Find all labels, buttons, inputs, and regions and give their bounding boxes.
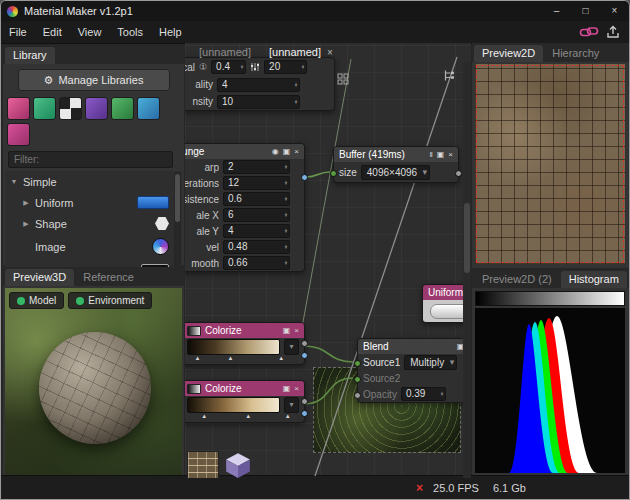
grid-icon[interactable] <box>337 73 349 85</box>
graph-tab-2[interactable]: [unnamed] × <box>261 43 341 61</box>
chevron-down-icon[interactable]: ▼ <box>9 178 19 185</box>
node-header[interactable]: Blend ▣ × <box>358 339 471 354</box>
close-icon[interactable]: × <box>294 144 299 159</box>
preview-icon[interactable]: ▣ <box>283 144 291 159</box>
brick-node-thumbnail[interactable] <box>187 451 219 478</box>
chevron-right-icon[interactable]: ▶ <box>21 220 31 228</box>
library-nodes-icon[interactable] <box>85 97 108 120</box>
library-extra-icon[interactable] <box>7 123 30 146</box>
tab-hierarchy[interactable]: Hierarchy <box>544 45 607 62</box>
graph-tab-1[interactable]: [unnamed] <box>191 43 259 61</box>
tree-item-simple[interactable]: ▼ Simple <box>5 171 182 192</box>
model-button[interactable]: Model <box>9 292 64 309</box>
close-icon[interactable]: × <box>294 381 299 396</box>
gradient-marker[interactable]: ▲ <box>195 355 201 361</box>
value-spinbox[interactable]: 0.66 <box>223 256 290 270</box>
value-spinbox[interactable]: 10 <box>217 95 300 109</box>
preview2d-texture[interactable] <box>475 64 625 264</box>
gradient-menu-button[interactable]: ▾ <box>284 397 299 413</box>
maximize-button[interactable]: □ <box>571 1 600 21</box>
node-colorize-2[interactable]: Colorize ▣ × ▾ ▲ ▲ ▲ <box>185 380 305 423</box>
tab-close-icon[interactable]: × <box>327 47 333 58</box>
library-grid-icon[interactable] <box>111 97 134 120</box>
environment-button[interactable]: Environment <box>68 292 152 309</box>
value-spinbox[interactable]: 4 <box>217 78 300 92</box>
tab-preview3d[interactable]: Preview3D <box>5 269 74 286</box>
tab-preview2d[interactable]: Preview2D <box>474 45 543 62</box>
library-base-icon[interactable] <box>7 97 30 120</box>
preview3d-viewport[interactable]: Model Environment <box>5 288 182 476</box>
menu-file[interactable]: File <box>1 21 35 43</box>
node-header[interactable]: Grunge ◉ ▣ × <box>185 144 304 159</box>
output-port[interactable] <box>301 352 308 359</box>
gradient-editor[interactable] <box>187 339 280 355</box>
export-icon[interactable] <box>605 25 621 39</box>
value-spinbox[interactable]: 4 <box>223 224 290 238</box>
value-spinbox[interactable]: 2 <box>223 160 290 174</box>
node-grunge[interactable]: Grunge ◉ ▣ × arp2 erations12 ersistence0… <box>185 143 305 272</box>
gradient-marker[interactable]: ▲ <box>285 413 291 419</box>
input-port[interactable] <box>330 170 337 177</box>
gradient-marker[interactable]: ▲ <box>228 355 234 361</box>
manage-libraries-button[interactable]: ⚙ Manage Libraries <box>18 69 170 91</box>
node-partial-top[interactable]: th-cal ① 0.4 20 ality 4 nsity 10 <box>185 57 335 111</box>
input-port[interactable] <box>354 376 361 383</box>
menu-edit[interactable]: Edit <box>35 21 70 43</box>
gradient-marker[interactable]: ▲ <box>278 355 284 361</box>
tree-item-uniform[interactable]: ▶ Uniform <box>5 192 182 213</box>
gradient-marker[interactable]: ▲ <box>201 413 207 419</box>
gradient-markers[interactable]: ▲ ▲ ▲ <box>188 356 298 364</box>
output-port[interactable] <box>301 398 308 405</box>
library-flow-icon[interactable] <box>137 97 160 120</box>
node-header[interactable]: Buffer (419ms) ‖ ▣ × <box>334 147 458 162</box>
close-button[interactable]: × <box>600 1 629 21</box>
library-pattern-icon[interactable] <box>59 97 82 120</box>
node-colorize-1[interactable]: Colorize ▣ × ▾ ▲ ▲ ▲ <box>185 322 305 365</box>
value-spinbox[interactable]: 0.4 <box>211 60 246 74</box>
graph-scrollbar[interactable] <box>463 62 471 478</box>
pause-icon[interactable]: ‖ <box>429 147 432 162</box>
menu-help[interactable]: Help <box>151 21 190 43</box>
preview-icon[interactable]: ▣ <box>283 323 291 338</box>
tree-item-image[interactable]: Image <box>5 234 182 259</box>
node-blend[interactable]: Blend ▣ × Source1 Multiply Source2 Opaci… <box>357 338 471 403</box>
gradient-menu-button[interactable]: ▾ <box>284 339 299 355</box>
filter-input[interactable] <box>8 151 173 168</box>
menu-tools[interactable]: Tools <box>109 21 151 43</box>
value-spinbox[interactable]: 12 <box>223 176 290 190</box>
input-port[interactable] <box>354 360 361 367</box>
gradient-markers[interactable]: ▲ ▲ ▲ <box>188 414 298 422</box>
node-buffer[interactable]: Buffer (419ms) ‖ ▣ × size 4096×4096 <box>333 146 459 183</box>
buffer-size-dropdown[interactable]: 4096×4096 <box>361 165 430 180</box>
opacity-spinbox[interactable]: 0.39 <box>401 387 446 401</box>
preview-icon[interactable]: ▣ <box>437 147 445 162</box>
tab-reference[interactable]: Reference <box>75 269 142 286</box>
close-icon[interactable]: × <box>448 147 453 162</box>
tab-histogram[interactable]: Histogram <box>561 271 627 288</box>
output-port[interactable] <box>301 340 308 347</box>
info-badge-icon[interactable]: ① <box>199 62 207 72</box>
chevron-right-icon[interactable]: ▶ <box>21 199 31 207</box>
link-icon[interactable] <box>579 25 599 39</box>
blend-mode-dropdown[interactable]: Multiply <box>404 355 457 370</box>
node-header[interactable]: Colorize ▣ × <box>185 323 304 338</box>
node-header[interactable]: Colorize ▣ × <box>185 381 304 396</box>
hierarchy-icon[interactable] <box>443 69 456 82</box>
library-3d-icon[interactable] <box>33 97 56 120</box>
tab-preview2d-2[interactable]: Preview2D (2) <box>474 271 560 288</box>
library-scrollbar[interactable] <box>174 172 181 278</box>
pin-icon[interactable]: ◉ <box>272 144 279 159</box>
menu-view[interactable]: View <box>70 21 110 43</box>
output-port[interactable] <box>455 170 462 177</box>
minimize-button[interactable]: – <box>542 1 571 21</box>
gradient-marker[interactable]: ▲ <box>245 413 251 419</box>
output-port[interactable] <box>301 410 308 417</box>
value-spinbox[interactable]: 0.48 <box>223 240 290 254</box>
cube-3d-icon[interactable] <box>224 451 252 478</box>
graph-editor[interactable]: [unnamed] [unnamed] × th-cal ① 0.4 <box>185 43 471 478</box>
value-spinbox[interactable]: 6 <box>223 208 290 222</box>
input-port[interactable] <box>354 392 361 399</box>
tree-item-shape[interactable]: ▶ Shape <box>5 213 182 234</box>
tab-library[interactable]: Library <box>5 47 55 64</box>
close-icon[interactable]: × <box>294 323 299 338</box>
